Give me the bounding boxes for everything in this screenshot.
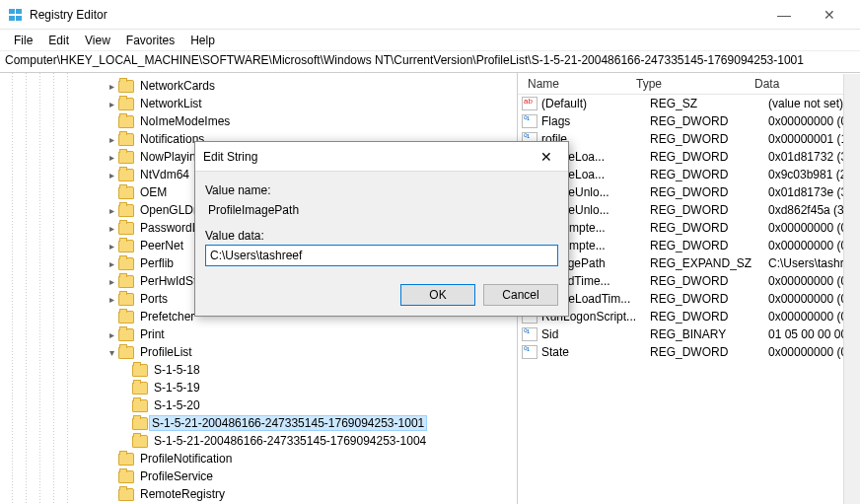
col-type[interactable]: Type <box>630 75 749 93</box>
expand-chevron-icon[interactable]: · <box>118 400 132 411</box>
menu-file[interactable]: File <box>6 32 40 49</box>
value-row[interactable]: (Default)REG_SZ(value not set) <box>518 95 860 112</box>
dialog-titlebar[interactable]: Edit String ✕ <box>195 142 568 172</box>
value-name: Flags <box>541 114 650 128</box>
tree-item-label: ProfileService <box>138 469 215 483</box>
value-type: REG_DWORD <box>650 114 768 128</box>
titlebar: Registry Editor — ✕ <box>0 0 860 30</box>
expand-chevron-icon[interactable]: · <box>105 187 118 198</box>
menu-favorites[interactable]: Favorites <box>118 32 182 49</box>
edit-string-dialog: Edit String ✕ Value name: ProfileImagePa… <box>194 141 569 317</box>
value-row[interactable]: ProfileLoa...REG_DWORD0x9c03b981 (26174 <box>518 166 860 183</box>
menu-help[interactable]: Help <box>182 32 223 49</box>
value-row[interactable]: eAttempte...REG_DWORD0x00000000 (0) <box>518 219 860 237</box>
expand-chevron-icon[interactable]: ▸ <box>105 223 118 234</box>
string-value-icon <box>522 97 538 110</box>
minimize-button[interactable]: — <box>761 7 807 23</box>
dialog-buttons: OK Cancel <box>195 276 568 316</box>
tree-item[interactable]: ·S-1-5-19 <box>69 379 517 396</box>
value-name: State <box>541 345 650 359</box>
window-title: Registry Editor <box>30 8 761 22</box>
folder-icon <box>132 435 148 448</box>
value-row[interactable]: FlagsREG_DWORD0x00000000 (0) <box>518 112 860 130</box>
tree-item-label: NtVdm64 <box>138 168 191 181</box>
expand-chevron-icon[interactable]: · <box>105 116 118 127</box>
value-name: Sid <box>541 327 650 341</box>
tree-item-label: NoImeModeImes <box>138 114 232 128</box>
menu-edit[interactable]: Edit <box>40 32 77 49</box>
tree-item-label: S-1-5-21-200486166-247335145-1769094253-… <box>152 434 428 448</box>
folder-icon <box>118 115 134 128</box>
tree-item[interactable]: ·S-1-5-21-200486166-247335145-1769094253… <box>69 432 517 450</box>
svg-rect-2 <box>9 16 15 21</box>
close-button[interactable]: ✕ <box>807 7 852 23</box>
value-row[interactable]: eLoadTime...REG_DWORD0x00000000 (0) <box>518 272 860 290</box>
tree-item-label: NetworkCards <box>138 79 217 93</box>
tree-item-label: ProfileNotification <box>138 452 234 466</box>
tree-item-label: PerHwIdSt <box>138 274 198 288</box>
expand-chevron-icon[interactable]: · <box>105 312 118 323</box>
tree-item[interactable]: ▸NetworkCards <box>69 77 517 95</box>
expand-chevron-icon[interactable]: · <box>105 454 118 465</box>
expand-chevron-icon[interactable]: ▸ <box>105 258 118 269</box>
expand-chevron-icon[interactable]: · <box>118 436 132 447</box>
expand-chevron-icon[interactable]: ▸ <box>105 205 118 216</box>
tree-item-label: Perflib <box>138 256 176 270</box>
tree-item[interactable]: ·RemoteRegistry <box>69 485 517 503</box>
value-type: REG_DWORD <box>650 274 768 288</box>
value-row[interactable]: SidREG_BINARY01 05 00 00 00 00 <box>518 325 860 343</box>
expand-chevron-icon[interactable]: ▸ <box>105 276 118 287</box>
tree-item[interactable]: ▸Print <box>69 325 517 343</box>
expand-chevron-icon[interactable]: ▸ <box>105 152 118 163</box>
value-row[interactable]: ProfileLoa...REG_DWORD0x01d81732 (30938 <box>518 148 860 166</box>
value-row[interactable]: ProfileUnlo...REG_DWORD0xd862f45a (36303 <box>518 201 860 219</box>
address-bar[interactable]: Computer\HKEY_LOCAL_MACHINE\SOFTWARE\Mic… <box>0 51 860 73</box>
expand-chevron-icon[interactable]: · <box>118 418 132 429</box>
folder-icon <box>118 169 134 181</box>
expand-chevron-icon[interactable]: · <box>118 383 132 394</box>
expand-chevron-icon[interactable]: ▾ <box>105 347 118 358</box>
tree-item-label: NetworkList <box>138 97 204 110</box>
expand-chevron-icon[interactable]: ▸ <box>105 294 118 305</box>
value-type: REG_DWORD <box>650 168 768 181</box>
expand-chevron-icon[interactable]: ▸ <box>105 81 118 92</box>
expand-chevron-icon[interactable]: ▸ <box>105 170 118 180</box>
tree-item[interactable]: ·ProfileService <box>69 468 517 485</box>
tree-item[interactable]: ·S-1-5-20 <box>69 396 517 414</box>
dialog-close-button[interactable]: ✕ <box>533 149 560 165</box>
tree-item[interactable]: ▸NetworkList <box>69 95 517 112</box>
value-type: REG_DWORD <box>650 221 768 235</box>
expand-chevron-icon[interactable]: ▸ <box>105 99 118 109</box>
value-row[interactable]: ProfileLoadTim...REG_DWORD0x00000000 (0) <box>518 290 860 308</box>
svg-rect-3 <box>16 16 22 21</box>
value-row[interactable]: StateREG_DWORD0x00000000 (0) <box>518 343 860 361</box>
menu-view[interactable]: View <box>77 32 118 49</box>
tree-item[interactable]: ▾ProfileList <box>69 343 517 361</box>
expand-chevron-icon[interactable]: ▸ <box>105 134 118 145</box>
ok-button[interactable]: OK <box>400 284 475 306</box>
tree-item[interactable]: ·S-1-5-21-200486166-247335145-1769094253… <box>69 414 517 432</box>
scrollbar-vertical[interactable] <box>843 74 860 504</box>
regedit-icon <box>8 7 24 23</box>
value-data-input[interactable] <box>205 245 558 266</box>
tree-item[interactable]: ·ProfileNotification <box>69 450 517 468</box>
tree-item[interactable]: ·NoImeModeImes <box>69 112 517 130</box>
expand-chevron-icon[interactable]: ▸ <box>105 241 118 252</box>
value-type: REG_DWORD <box>650 310 768 324</box>
value-row[interactable]: eAttempte...REG_DWORD0x00000000 (0) <box>518 237 860 254</box>
expand-chevron-icon[interactable]: ▸ <box>105 329 118 340</box>
value-row[interactable]: ProfileUnlo...REG_DWORD0x01d8173e (30938 <box>518 183 860 201</box>
folder-icon <box>118 257 134 270</box>
col-name[interactable]: Name <box>522 75 630 93</box>
value-type: REG_EXPAND_SZ <box>650 256 768 270</box>
value-name-display: ProfileImagePath <box>205 199 558 221</box>
expand-chevron-icon[interactable]: · <box>105 471 118 482</box>
tree-item[interactable]: ·S-1-5-18 <box>69 361 517 379</box>
cancel-button[interactable]: Cancel <box>483 284 558 306</box>
value-row[interactable]: eImagePathREG_EXPAND_SZC:\Users\tashr <box>518 254 860 272</box>
expand-chevron-icon[interactable]: · <box>118 365 132 376</box>
value-row[interactable]: rofileREG_DWORD0x00000001 (1) <box>518 130 860 148</box>
value-row[interactable]: RunLogonScript...REG_DWORD0x00000000 (0) <box>518 308 860 325</box>
tree-item-label: OpenGLDri <box>138 203 202 217</box>
expand-chevron-icon[interactable]: · <box>105 489 118 500</box>
